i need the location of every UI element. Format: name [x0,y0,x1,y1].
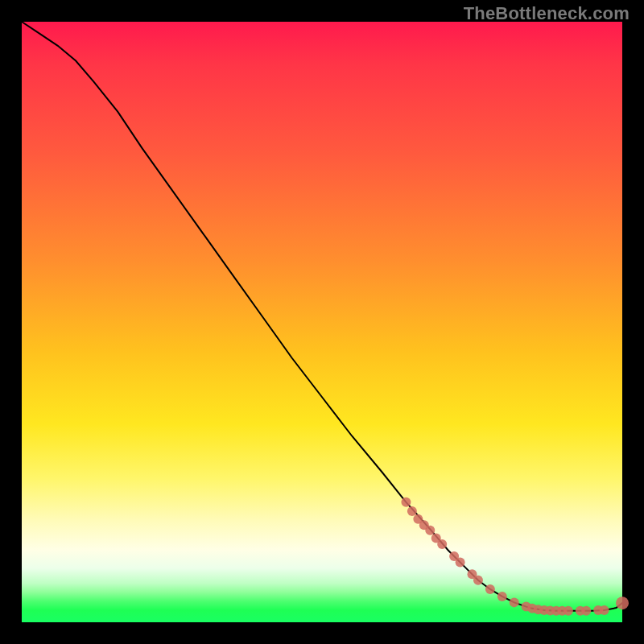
data-marker [581,606,591,616]
curve-line [22,22,622,611]
data-marker [564,606,573,616]
data-marker [425,526,435,535]
data-marker [485,584,495,594]
chart-svg [22,22,622,622]
chart-frame: TheBottleneck.com [0,0,644,644]
curve-path [22,22,622,611]
data-marker [616,597,629,609]
data-marker [401,497,411,507]
data-marker [510,597,519,607]
data-marker [456,557,465,567]
data-marker [600,605,609,615]
data-marker [407,506,417,516]
data-markers [401,497,629,616]
data-marker [497,592,507,601]
data-marker [473,576,483,585]
data-marker [437,539,447,549]
